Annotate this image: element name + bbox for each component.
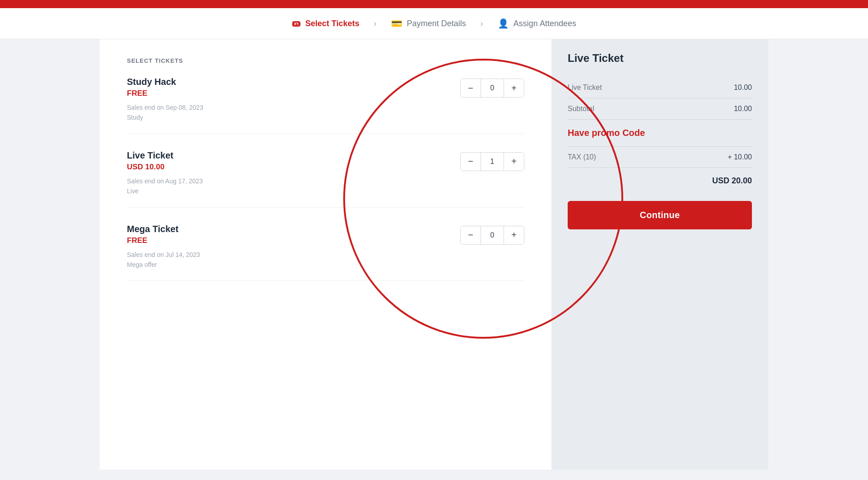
promo-code-link[interactable]: Have promo Code xyxy=(568,120,752,147)
quantity-control-study-hack: − 0 + xyxy=(460,79,524,98)
qty-value-mega-ticket: 0 xyxy=(481,226,504,245)
total-row: USD 20.00 xyxy=(568,168,752,194)
ticket-details-live-ticket: Live Ticket USD 10.00 Sales end on Aug 1… xyxy=(127,150,460,196)
ticket-name-mega-ticket: Mega Ticket xyxy=(127,224,460,234)
ticket-item-study-hack: Study Hack FREE Sales end on Sep 08, 202… xyxy=(127,77,524,134)
total-value: USD 20.00 xyxy=(712,176,752,186)
ticket-info-live-ticket: Sales end on Aug 17, 2023 Live xyxy=(127,176,460,196)
step-payment-details-label: Payment Details xyxy=(407,19,466,28)
step-assign-attendees[interactable]: 👤 Assign Attendees xyxy=(498,18,576,29)
ticket-name-study-hack: Study Hack xyxy=(127,77,460,87)
qty-value-study-hack: 0 xyxy=(481,79,504,98)
ticket-price-study-hack: FREE xyxy=(127,89,460,98)
subtotal-value: 10.00 xyxy=(734,105,752,113)
right-panel: Live Ticket Live Ticket 10.00 Subtotal 1… xyxy=(551,39,768,470)
order-row-live-ticket: Live Ticket 10.00 xyxy=(568,77,752,98)
ticket-details-mega-ticket: Mega Ticket FREE Sales end on Jul 14, 20… xyxy=(127,224,460,270)
ticket-name-live-ticket: Live Ticket xyxy=(127,150,460,161)
ticket-price-live-ticket: USD 10.00 xyxy=(127,163,460,172)
ticket-item-live-ticket: Live Ticket USD 10.00 Sales end on Aug 1… xyxy=(127,150,524,208)
step-select-tickets[interactable]: 🎟 Select Tickets xyxy=(292,19,359,29)
order-title: Live Ticket xyxy=(568,52,752,65)
decrease-mega-ticket[interactable]: − xyxy=(461,226,481,245)
separator-2: › xyxy=(481,19,483,28)
ticket-info-mega-ticket: Sales end on Jul 14, 2023 Mega offer xyxy=(127,250,460,270)
ticket-info-study-hack: Sales end on Sep 08, 2023 Study xyxy=(127,103,460,123)
person-icon: 👤 xyxy=(498,18,509,29)
ticket-price-mega-ticket: FREE xyxy=(127,236,460,245)
ticket-details-study-hack: Study Hack FREE Sales end on Sep 08, 202… xyxy=(127,77,460,123)
subtotal-row: Subtotal 10.00 xyxy=(568,98,752,120)
ticket-item-mega-ticket: Mega Ticket FREE Sales end on Jul 14, 20… xyxy=(127,224,524,281)
stepper-header: 🎟 Select Tickets › 💳 Payment Details › 👤… xyxy=(0,8,868,39)
order-row-live-ticket-value: 10.00 xyxy=(734,84,752,92)
ticket-icon: 🎟 xyxy=(292,19,301,29)
qty-value-live-ticket: 1 xyxy=(481,152,504,171)
tax-value: + 10.00 xyxy=(728,153,752,161)
quantity-control-mega-ticket: − 0 + xyxy=(460,226,524,245)
section-label: SELECT TICKETS xyxy=(127,57,524,64)
quantity-control-live-ticket: − 1 + xyxy=(460,152,524,171)
continue-button[interactable]: Continue xyxy=(568,201,752,229)
payment-icon: 💳 xyxy=(391,18,402,29)
step-payment-details[interactable]: 💳 Payment Details xyxy=(391,18,466,29)
main-content: SELECT TICKETS Study Hack FREE Sales end… xyxy=(100,39,768,470)
separator-1: › xyxy=(374,19,377,28)
increase-live-ticket[interactable]: + xyxy=(504,152,524,171)
step-assign-attendees-label: Assign Attendees xyxy=(513,19,576,28)
tax-label: TAX (10) xyxy=(568,153,596,161)
left-panel: SELECT TICKETS Study Hack FREE Sales end… xyxy=(100,39,551,470)
decrease-live-ticket[interactable]: − xyxy=(461,152,481,171)
subtotal-label: Subtotal xyxy=(568,105,594,113)
decrease-study-hack[interactable]: − xyxy=(461,79,481,98)
increase-mega-ticket[interactable]: + xyxy=(504,226,524,245)
top-bar xyxy=(0,0,868,8)
step-select-tickets-label: Select Tickets xyxy=(305,19,359,28)
tax-row: TAX (10) + 10.00 xyxy=(568,147,752,168)
order-row-live-ticket-label: Live Ticket xyxy=(568,84,602,92)
increase-study-hack[interactable]: + xyxy=(504,79,524,98)
